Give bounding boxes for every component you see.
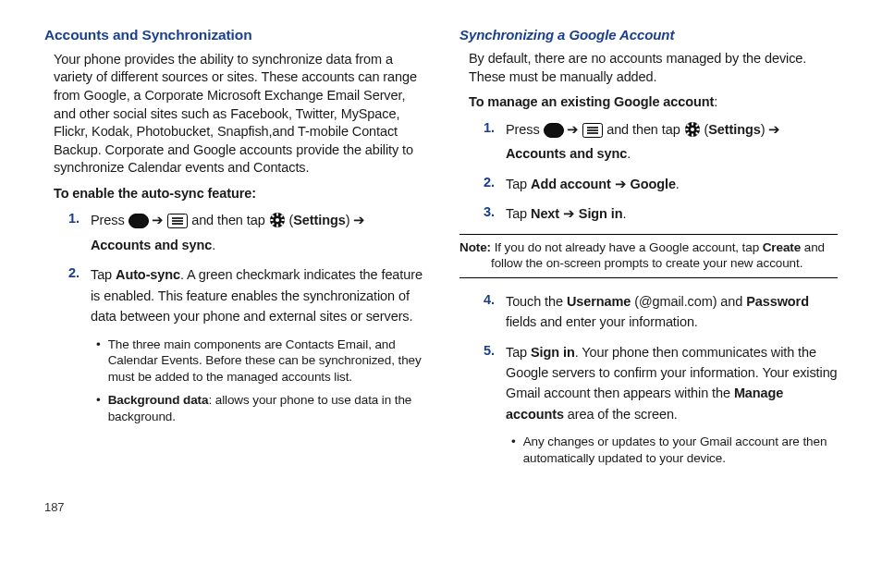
svg-rect-9 [270,219,273,221]
svg-rect-24 [685,129,688,130]
step-number: 5. [478,342,495,425]
step-number: 4. [478,291,495,333]
svg-rect-25 [696,129,699,130]
subhead-manage-google: To manage an existing Google account: [469,93,838,112]
svg-point-6 [276,218,279,222]
left-column: Accounts and Synchronization Your phone … [44,26,423,473]
step-number: 1. [478,119,495,165]
settings-gear-icon [269,212,286,234]
step-1-text: Press ➔ and then tap (Settings) ➔ Accoun… [506,119,838,165]
bullet-dot-icon: • [96,392,101,424]
step-2-text: Tap Auto-sync. A green checkmark indicat… [91,264,423,326]
settings-gear-icon [684,121,701,143]
svg-rect-10 [281,219,284,221]
svg-rect-7 [276,214,278,216]
svg-rect-15 [544,123,563,137]
step-5: 5. Tap Sign in. Your phone then communic… [478,342,838,425]
bullet-item: • Any changes or updates to your Gmail a… [511,434,838,466]
step-1-text: Press ➔ and then tap (Settings) ➔ Accoun… [91,210,423,255]
home-key-icon [129,214,149,234]
step-4-text: Touch the Username (@gmail.com) and Pass… [506,291,838,333]
step-5-text: Tap Sign in. Your phone then communicate… [506,342,838,425]
step-4: 4. Touch the Username (@gmail.com) and P… [478,291,838,333]
heading-sync-google: Synchronizing a Google Account [459,26,838,44]
step-1: 1. Press ➔ and then tap (Settings) ➔ Acc… [63,210,423,255]
menu-key-icon [167,214,188,234]
step-3: 3. Tap Next ➔ Sign in. [478,203,838,224]
page-number: 187 [44,499,838,516]
svg-rect-23 [692,133,693,136]
svg-rect-22 [692,122,693,125]
step-number: 3. [478,203,495,224]
intro-paragraph: Your phone provides the ability to synch… [54,51,423,178]
svg-point-21 [691,128,694,131]
right-column: Synchronizing a Google Account By defaul… [459,26,838,473]
bullet-dot-icon: • [96,337,101,386]
svg-rect-8 [276,225,278,227]
menu-key-icon [582,123,603,143]
step-2: 2. Tap Auto-sync. A green checkmark indi… [63,264,423,326]
subhead-enable-autosync: To enable the auto-sync feature: [54,185,423,203]
step-number: 2. [63,264,80,326]
bullet-dot-icon: • [511,434,516,466]
heading-accounts-sync: Accounts and Synchronization [44,26,423,45]
bullet-item: • Background data: allows your phone to … [96,392,423,424]
step-2: 2. Tap Add account ➔ Google. [478,174,838,194]
step-2-text: Tap Add account ➔ Google. [506,174,838,194]
step-number: 1. [63,210,80,255]
intro-paragraph: By default, there are no accounts manage… [469,50,838,86]
home-key-icon [544,123,564,143]
note-block: Note: If you do not already have a Googl… [459,234,838,278]
bullet-item: • The three main components are Contacts… [96,337,423,386]
step-1: 1. Press ➔ and then tap (Settings) ➔ Acc… [478,119,838,165]
svg-rect-0 [129,214,148,228]
step-3-text: Tap Next ➔ Sign in. [506,203,838,224]
step-number: 2. [478,174,495,194]
